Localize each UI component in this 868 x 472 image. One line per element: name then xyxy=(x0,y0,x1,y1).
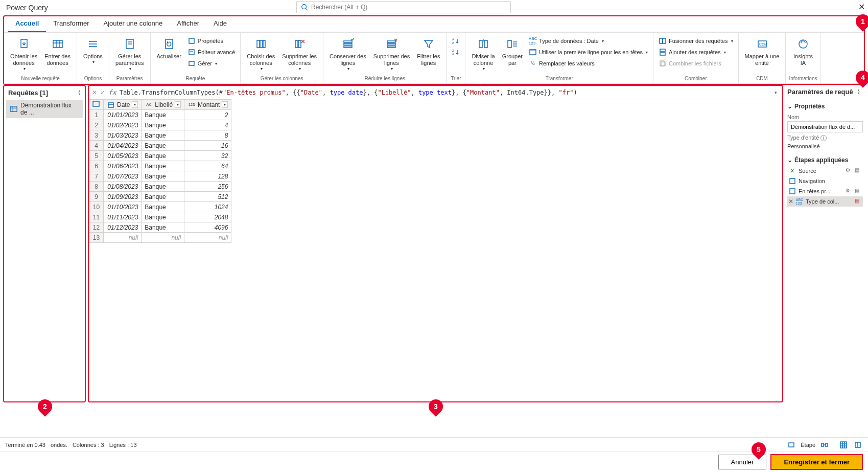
cell-libelle[interactable]: Banque xyxy=(142,202,184,212)
cell-libelle[interactable]: Banque xyxy=(142,130,184,141)
proprietes-button[interactable]: Propriétés xyxy=(185,36,237,46)
search-input[interactable] xyxy=(311,4,506,11)
step-type-colonnes[interactable]: ✕ABC123Type de col...▤ xyxy=(787,196,863,207)
grid-view-button[interactable] xyxy=(838,440,849,450)
cell-date[interactable]: 01/04/2023 xyxy=(104,141,142,151)
table-row[interactable]: 1201/12/2023Banque4096 xyxy=(89,222,231,233)
cell-date[interactable]: 01/10/2023 xyxy=(104,202,142,212)
sort-desc-button[interactable]: ZA xyxy=(450,47,462,57)
table-row[interactable]: 701/07/2023Banque128 xyxy=(89,171,231,182)
filter-dropdown-icon[interactable]: ▾ xyxy=(132,101,138,108)
query-item[interactable]: Démonstration flux de ... xyxy=(6,100,83,118)
tab-transformer[interactable]: Transformer xyxy=(46,16,96,32)
table-row[interactable]: 13nullnullnull xyxy=(89,233,231,243)
step-menu-icon[interactable]: ▤ xyxy=(855,188,862,195)
gerer-parametres-button[interactable]: Gérer les paramètres▾ xyxy=(112,34,147,73)
conserver-lignes-button[interactable]: Conserver des lignes▾ xyxy=(326,34,369,73)
fusionner-requetes-button[interactable]: Fusionner des requêtes▾ xyxy=(656,36,735,46)
table-row[interactable]: 601/06/2023Banque64 xyxy=(89,161,231,171)
cell-montant[interactable]: 128 xyxy=(184,171,231,182)
ajouter-requetes-button[interactable]: Ajouter des requêtes▾ xyxy=(656,47,735,57)
step-navigation[interactable]: Navigation xyxy=(787,176,863,186)
collapse-icon[interactable]: 〈 xyxy=(75,89,81,97)
cell-date[interactable]: 01/06/2023 xyxy=(104,161,142,171)
table-row[interactable]: 301/03/2023Banque8 xyxy=(89,130,231,141)
cell-libelle[interactable]: Banque xyxy=(142,182,184,192)
properties-section[interactable]: ⌄Propriétés xyxy=(787,101,863,112)
table-row[interactable]: 901/09/2023Banque512 xyxy=(89,192,231,202)
filtrer-lignes-button[interactable]: Filtrer les lignes xyxy=(414,34,443,69)
choisir-colonnes-button[interactable]: Choisir des colonnes▾ xyxy=(244,34,278,73)
step-menu-icon[interactable]: ▤ xyxy=(855,198,862,205)
cell-libelle[interactable]: Banque xyxy=(142,161,184,171)
cell-montant[interactable]: 4096 xyxy=(184,222,231,233)
cell-montant[interactable]: 32 xyxy=(184,151,231,161)
editeur-avance-button[interactable]: Éditeur avancé xyxy=(185,47,237,57)
tab-aide[interactable]: Aide xyxy=(206,16,234,32)
cell-libelle[interactable]: Banque xyxy=(142,171,184,182)
collapse-icon[interactable]: 〉 xyxy=(857,88,863,96)
diagram-view-button[interactable] xyxy=(819,440,830,450)
col-header-montant[interactable]: 123Montant▾ xyxy=(184,100,231,110)
obtenir-donnees-button[interactable]: Obtenir les données▾ xyxy=(7,34,40,73)
cell-montant[interactable]: 4 xyxy=(184,120,231,130)
cell-date[interactable]: 01/07/2023 xyxy=(104,171,142,182)
table-row[interactable]: 101/01/2023Banque2 xyxy=(89,110,231,120)
cell-montant[interactable]: 2048 xyxy=(184,212,231,222)
steps-section[interactable]: ⌄Étapes appliquées xyxy=(787,154,863,166)
col-header-date[interactable]: Date▾ xyxy=(104,100,142,110)
table-row[interactable]: 501/05/2023Banque32 xyxy=(89,151,231,161)
insights-ia-button[interactable]: Insights IA xyxy=(790,34,816,69)
data-grid[interactable]: Date▾ ACLibellé▾ 123Montant▾ 101/01/2023… xyxy=(89,99,782,401)
formula-cancel-icon[interactable]: ✕ xyxy=(92,89,97,96)
cell-libelle[interactable]: Banque xyxy=(142,141,184,151)
name-input[interactable] xyxy=(787,121,863,132)
type-donnees-button[interactable]: ABC123Type de données : Date▾ xyxy=(527,36,650,46)
step-menu-icon[interactable]: ▤ xyxy=(855,167,862,174)
search-box[interactable] xyxy=(296,1,511,13)
mapper-entite-button[interactable]: CDM Mapper à une entité xyxy=(742,34,783,69)
formula-input[interactable]: Table.TransformColumnTypes(#"En-têtes pr… xyxy=(120,89,769,96)
supprimer-lignes-button[interactable]: Supprimer des lignes▾ xyxy=(370,34,413,73)
diviser-colonne-button[interactable]: Diviser la colonne▾ xyxy=(468,34,498,73)
table-row[interactable]: 1101/11/2023Banque2048 xyxy=(89,212,231,222)
cell-montant[interactable]: 16 xyxy=(184,141,231,151)
cell-libelle[interactable]: Banque xyxy=(142,110,184,120)
enregistrer-fermer-button[interactable]: Enregistrer et fermer xyxy=(770,454,863,470)
formula-accept-icon[interactable]: ✓ xyxy=(100,89,105,96)
cell-libelle[interactable]: Banque xyxy=(142,212,184,222)
cell-date[interactable]: null xyxy=(104,233,142,243)
delete-step-icon[interactable]: ✕ xyxy=(788,198,793,205)
table-row[interactable]: 201/02/2023Banque4 xyxy=(89,120,231,130)
gear-icon[interactable]: ⚙ xyxy=(846,188,853,195)
cell-libelle[interactable]: Banque xyxy=(142,222,184,233)
fx-icon[interactable]: fx xyxy=(108,88,116,96)
cell-montant[interactable]: 8 xyxy=(184,130,231,141)
cell-date[interactable]: 01/11/2023 xyxy=(104,212,142,222)
cell-date[interactable]: 01/01/2023 xyxy=(104,110,142,120)
close-icon[interactable]: ✕ xyxy=(858,2,865,12)
tab-afficher[interactable]: Afficher xyxy=(170,16,206,32)
remplacer-valeurs-button[interactable]: ½Remplacer les valeurs xyxy=(527,58,650,69)
cell-montant[interactable]: null xyxy=(184,233,231,243)
cell-montant[interactable]: 2 xyxy=(184,110,231,120)
cell-libelle[interactable]: Banque xyxy=(142,151,184,161)
filter-dropdown-icon[interactable]: ▾ xyxy=(222,101,228,108)
grid-corner[interactable] xyxy=(89,100,104,110)
cell-montant[interactable]: 512 xyxy=(184,192,231,202)
schema-view-button[interactable] xyxy=(853,440,863,450)
gerer-button[interactable]: Gérer▾ xyxy=(185,58,237,69)
table-row[interactable]: 401/04/2023Banque16 xyxy=(89,141,231,151)
entrer-donnees-button[interactable]: Entrer des données xyxy=(41,34,74,69)
step-button[interactable] xyxy=(786,440,796,450)
premiere-ligne-button[interactable]: Utiliser la première ligne pour les en-t… xyxy=(527,47,650,57)
cell-libelle[interactable]: Banque xyxy=(142,120,184,130)
filter-dropdown-icon[interactable]: ▾ xyxy=(175,101,181,108)
supprimer-colonnes-button[interactable]: Supprimer les colonnes▾ xyxy=(279,34,320,73)
table-row[interactable]: 1001/10/2023Banque1024 xyxy=(89,202,231,212)
cell-date[interactable]: 01/08/2023 xyxy=(104,182,142,192)
cell-libelle[interactable]: null xyxy=(142,233,184,243)
cell-montant[interactable]: 64 xyxy=(184,161,231,171)
actualiser-button[interactable]: Actualiser xyxy=(154,34,184,62)
cell-date[interactable]: 01/03/2023 xyxy=(104,130,142,141)
